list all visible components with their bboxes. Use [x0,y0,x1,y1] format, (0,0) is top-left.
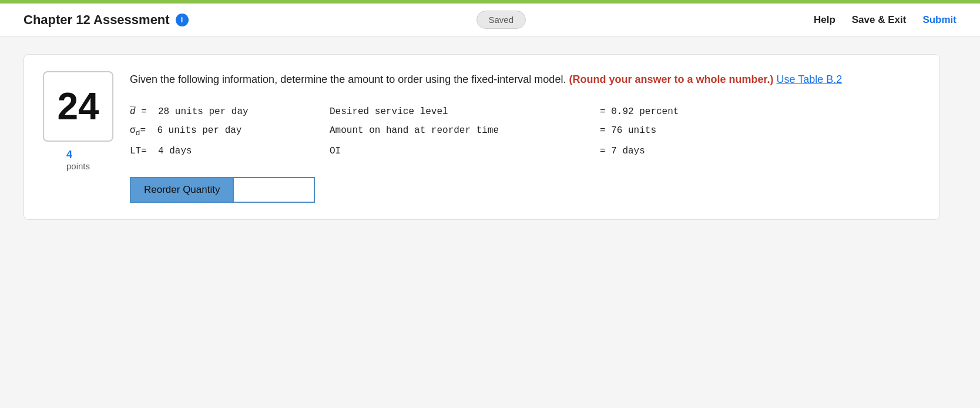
question-text: Given the following information, determi… [130,71,921,88]
data-row2-right: = 76 units [600,121,656,140]
reorder-label: Reorder Quantity [130,177,233,203]
help-button[interactable]: Help [814,14,835,26]
points-label: points [66,161,90,171]
submit-button[interactable]: Submit [922,14,956,26]
left-column: 24 4 points [43,71,113,203]
question-highlight: (Round your answer to a whole number.) [569,73,773,85]
header-right: Help Save & Exit Submit [814,14,956,26]
header: Chapter 12 Assessment i Saved Help Save … [0,4,980,36]
reorder-quantity-input[interactable] [233,177,315,203]
question-number-box: 24 [43,71,113,142]
data-row1-left: d = 28 units per day [130,102,294,121]
data-row1-mid: Desired service level [330,102,565,121]
data-row2-left: σd= 6 units per day [130,121,294,142]
data-row-2: σd= 6 units per day Amount on hand at re… [130,121,921,142]
reorder-row: Reorder Quantity [130,177,921,203]
saved-badge: Saved [476,11,526,29]
save-exit-button[interactable]: Save & Exit [852,14,907,26]
data-row3-left: LT= 4 days [130,142,294,160]
lt-label: LT= 4 days [130,146,192,156]
page-title: Chapter 12 Assessment [24,12,170,28]
question-number: 24 [57,88,99,125]
data-row-1: d = 28 units per day Desired service lev… [130,102,921,121]
info-icon[interactable]: i [176,14,189,26]
sigma-d-symbol: σd= 6 units per day [130,125,241,136]
question-body: Given the following information, determi… [130,71,921,203]
data-grid: d = 28 units per day Desired service lev… [130,102,921,160]
question-text-main: Given the following information, determi… [130,73,566,85]
data-row-3: LT= 4 days OI = 7 days [130,142,921,160]
d-bar-symbol: d [130,102,136,121]
header-center: Saved [476,11,526,29]
main-content: 24 4 points Given the following informat… [0,36,980,407]
data-row3-mid: OI [330,142,565,160]
data-row1-right: = 0.92 percent [600,102,679,121]
data-row3-right: = 7 days [600,142,645,160]
table-link[interactable]: Use Table B.2 [776,73,842,85]
question-card: 24 4 points Given the following informat… [24,54,940,220]
row1-left-rest: = 28 units per day [136,106,249,117]
header-left: Chapter 12 Assessment i [24,12,189,28]
data-row2-mid: Amount on hand at reorder time [330,121,565,140]
points-value: 4 [66,149,90,161]
points-section: 4 points [66,149,90,171]
